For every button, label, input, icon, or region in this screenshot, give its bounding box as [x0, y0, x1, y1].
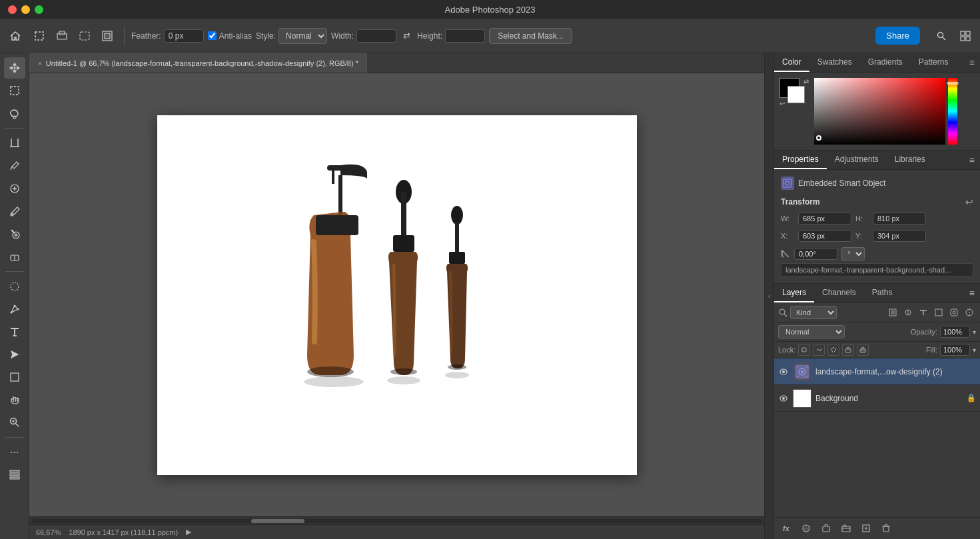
opacity-dropdown-btn[interactable]: ▾ — [973, 328, 976, 336]
fill-dropdown-btn[interactable]: ▾ — [973, 346, 976, 354]
svg-line-7 — [943, 37, 946, 40]
workspace-btn[interactable] — [956, 28, 975, 44]
horizontal-scrollbar[interactable] — [29, 516, 764, 524]
pen-tool-btn[interactable] — [4, 298, 25, 320]
angle-dropdown[interactable]: ° — [841, 247, 865, 261]
filter-adj-btn[interactable] — [901, 306, 915, 319]
color-tab[interactable]: Color — [774, 53, 809, 72]
filter-toggle-btn[interactable] — [963, 306, 976, 319]
close-window-btn[interactable] — [8, 5, 17, 14]
x-prop-input[interactable] — [798, 230, 851, 242]
fill-input[interactable] — [940, 344, 970, 356]
style-select[interactable]: Normal — [278, 28, 327, 44]
width-prop-input[interactable] — [798, 213, 851, 225]
hue-strip[interactable] — [948, 78, 957, 145]
lock-artboard-btn[interactable] — [842, 344, 854, 356]
share-btn[interactable]: Share — [875, 27, 920, 45]
width-input[interactable] — [356, 29, 396, 43]
gradients-tab[interactable]: Gradients — [860, 53, 911, 72]
swap-dimensions-btn[interactable]: ⇄ — [399, 28, 414, 43]
marquee-tool-btn[interactable] — [29, 27, 49, 45]
tool-option-3[interactable] — [75, 27, 95, 45]
shape-tool-btn[interactable] — [4, 366, 25, 388]
channels-tab[interactable]: Channels — [814, 284, 864, 302]
y-prop-input[interactable] — [873, 230, 926, 242]
opacity-input[interactable] — [940, 326, 970, 338]
background-color-swatch[interactable] — [787, 86, 805, 103]
lock-position-btn[interactable] — [827, 344, 839, 356]
filter-pixel-btn[interactable] — [886, 306, 899, 319]
layer-visibility-toggle[interactable] — [778, 393, 789, 404]
crop-tool-btn[interactable] — [4, 133, 25, 154]
move-tool-btn[interactable] — [4, 57, 25, 79]
fx-btn[interactable]: fx — [778, 520, 794, 536]
right-panel-collapse-btn[interactable]: ‹ — [764, 53, 773, 539]
transform-reset-btn[interactable]: ↩ — [965, 197, 973, 207]
blend-mode-select[interactable]: Normal — [778, 325, 845, 338]
lock-transparent-btn[interactable] — [798, 344, 810, 356]
feather-input[interactable] — [164, 29, 204, 43]
scrollbar-thumb[interactable] — [251, 519, 304, 523]
filter-smart-btn[interactable] — [947, 306, 961, 319]
color-panel-menu-btn[interactable]: ≡ — [964, 55, 980, 71]
color-gradient-area[interactable] — [814, 78, 957, 145]
antialias-checkbox[interactable] — [208, 31, 217, 40]
properties-tab[interactable]: Properties — [774, 151, 827, 169]
lock-image-btn[interactable] — [813, 344, 825, 356]
text-tool-btn[interactable] — [4, 321, 25, 342]
document-tab[interactable]: × Untitled-1 @ 66,7% (landscape-format,-… — [29, 53, 367, 73]
filter-shape-btn[interactable] — [932, 306, 945, 319]
hand-tool-btn[interactable] — [4, 389, 25, 410]
blur-btn[interactable] — [4, 276, 25, 297]
height-prop-input[interactable] — [873, 213, 926, 225]
patterns-tab[interactable]: Patterns — [911, 53, 957, 72]
adjustments-tab[interactable]: Adjustments — [827, 151, 887, 169]
new-layer-btn[interactable] — [858, 520, 874, 536]
add-mask-btn[interactable] — [798, 520, 814, 536]
angle-input[interactable] — [794, 248, 837, 260]
delete-layer-btn[interactable] — [878, 520, 894, 536]
layer-row[interactable]: landscape-format,...ow-designify (2) — [774, 358, 980, 385]
medium-bottle — [388, 180, 417, 375]
tab-close-btn[interactable]: × — [38, 60, 42, 67]
arrange-btn[interactable] — [4, 464, 25, 486]
healing-btn[interactable] — [4, 178, 25, 199]
window-controls[interactable] — [8, 5, 43, 14]
lock-all-btn[interactable] — [857, 344, 869, 356]
libraries-tab[interactable]: Libraries — [887, 151, 933, 169]
paths-tab[interactable]: Paths — [864, 284, 901, 302]
minimize-window-btn[interactable] — [21, 5, 30, 14]
swap-colors-icon[interactable]: ⇄ — [803, 78, 809, 85]
tool-option-2[interactable] — [52, 27, 72, 45]
tool-option-4[interactable] — [97, 27, 117, 45]
more-tools-btn[interactable]: ··· — [4, 442, 25, 463]
properties-panel-menu-btn[interactable]: ≡ — [964, 152, 980, 168]
brush-tool-btn[interactable] — [4, 201, 25, 222]
maximize-window-btn[interactable] — [35, 5, 43, 14]
fg-bg-color-selector[interactable]: ↩ ⇄ — [779, 78, 809, 107]
layers-panel-menu-btn[interactable]: ≡ — [964, 285, 980, 301]
layer-visibility-toggle[interactable] — [778, 366, 789, 377]
swatches-tab[interactable]: Swatches — [809, 53, 860, 72]
search-btn[interactable] — [932, 28, 951, 44]
eyedropper-btn[interactable] — [4, 155, 25, 177]
reset-colors-icon[interactable]: ↩ — [779, 100, 785, 107]
eraser-btn[interactable] — [4, 246, 25, 267]
color-picker[interactable] — [814, 78, 957, 145]
select-and-mask-btn[interactable]: Select and Mask... — [489, 28, 572, 44]
new-fill-layer-btn[interactable] — [818, 520, 834, 536]
layer-row[interactable]: Background 🔒 — [774, 385, 980, 412]
kind-filter-select[interactable]: Kind — [790, 306, 837, 319]
canvas-scroll-area[interactable] — [29, 73, 764, 516]
height-input[interactable] — [445, 29, 485, 43]
color-saturation-field[interactable] — [814, 78, 945, 145]
marquee-tool-btn-left[interactable] — [4, 80, 25, 101]
home-btn[interactable] — [5, 27, 25, 45]
clone-stamp-btn[interactable] — [4, 223, 25, 245]
path-select-btn[interactable] — [4, 344, 25, 365]
new-group-btn[interactable] — [838, 520, 854, 536]
filter-text-btn[interactable] — [917, 306, 930, 319]
layers-tab[interactable]: Layers — [774, 284, 814, 302]
zoom-tool-btn[interactable] — [4, 412, 25, 433]
lasso-tool-btn[interactable] — [4, 103, 25, 124]
